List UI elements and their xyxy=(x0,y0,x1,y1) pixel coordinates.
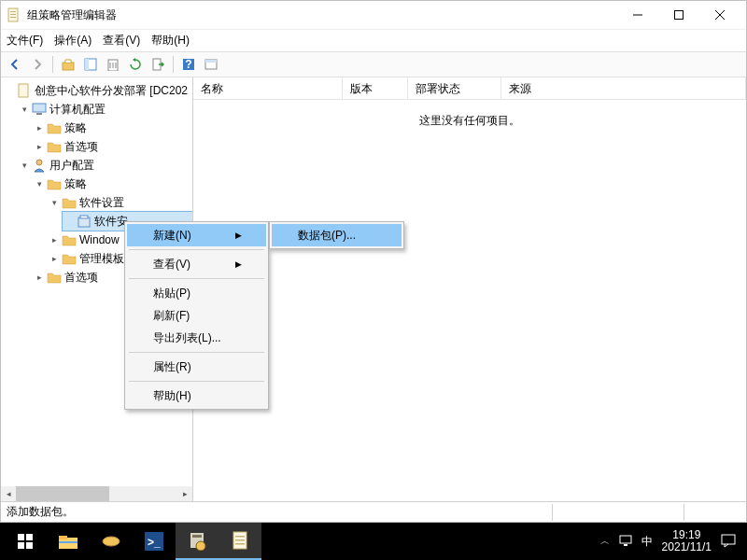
scroll-left-arrow[interactable]: ◂ xyxy=(1,486,16,501)
properties-button[interactable] xyxy=(201,54,221,75)
folder-icon xyxy=(47,120,62,135)
svg-rect-32 xyxy=(59,541,78,543)
toolbar: ? xyxy=(1,51,746,77)
menu-help[interactable]: 帮助(H) xyxy=(151,33,190,49)
title-bar: 组策略管理编辑器 xyxy=(1,1,746,29)
close-button[interactable] xyxy=(699,2,740,28)
tree-computer-policies[interactable]: ▸策略 xyxy=(33,119,192,137)
ctx-help[interactable]: 帮助(H) xyxy=(127,385,266,407)
col-version[interactable]: 版本 xyxy=(343,77,408,99)
svg-rect-8 xyxy=(63,63,74,70)
ctx-view[interactable]: 查看(V)▶ xyxy=(127,253,266,275)
taskbar-server-manager[interactable] xyxy=(176,523,218,560)
svg-rect-29 xyxy=(26,542,33,549)
svg-rect-26 xyxy=(18,534,24,540)
taskbar-app-1[interactable] xyxy=(90,523,133,560)
tree-user-config[interactable]: ▾ 用户配置 xyxy=(18,156,192,175)
svg-rect-10 xyxy=(85,59,89,70)
scroll-right-arrow[interactable]: ▸ xyxy=(177,486,192,501)
tree-label: 计算机配置 xyxy=(49,102,106,118)
tree-software-settings[interactable]: ▾软件设置 xyxy=(48,193,192,212)
submenu-arrow-icon: ▶ xyxy=(207,231,242,240)
svg-rect-20 xyxy=(19,84,28,97)
forward-button[interactable] xyxy=(27,54,48,75)
ctx-label: 帮助(H) xyxy=(153,388,191,404)
folder-icon xyxy=(47,139,62,154)
taskbar-explorer[interactable] xyxy=(47,523,90,560)
chevron-down-icon: ▾ xyxy=(33,177,46,190)
ctx-new[interactable]: 新建(N)▶ xyxy=(127,224,266,246)
status-text: 添加数据包。 xyxy=(7,504,74,520)
tree-label: 软件设置 xyxy=(79,195,124,211)
policy-icon xyxy=(17,83,32,98)
tray-network-icon[interactable] xyxy=(619,534,632,550)
svg-rect-44 xyxy=(624,544,627,546)
tray-clock[interactable]: 19:19 2021/11/1 xyxy=(662,529,712,553)
svg-rect-5 xyxy=(675,11,684,20)
svg-rect-22 xyxy=(36,113,42,115)
svg-rect-40 xyxy=(235,536,245,538)
chevron-right-icon: ▸ xyxy=(33,140,46,153)
folder-icon xyxy=(62,232,77,247)
help-button[interactable]: ? xyxy=(178,54,199,75)
tree-label: 策略 xyxy=(64,120,87,136)
content-pane: 名称 版本 部署状态 来源 这里没有任何项目。 xyxy=(193,77,746,501)
taskbar-gpo-editor[interactable] xyxy=(218,523,261,560)
tree-root[interactable]: 创意中心软件分发部署 [DC202 xyxy=(3,81,192,100)
tree-user-policies[interactable]: ▾策略 xyxy=(33,175,192,193)
folder-icon xyxy=(47,270,62,285)
svg-rect-41 xyxy=(235,539,245,541)
col-name[interactable]: 名称 xyxy=(193,77,343,99)
tree-computer-preferences[interactable]: ▸首选项 xyxy=(33,137,192,156)
submenu-arrow-icon: ▶ xyxy=(207,259,242,269)
menu-file[interactable]: 文件(F) xyxy=(7,33,43,49)
show-hide-tree-button[interactable] xyxy=(80,54,101,75)
svg-rect-27 xyxy=(26,534,33,540)
tray-notifications-icon[interactable] xyxy=(721,533,736,551)
refresh-button[interactable] xyxy=(125,54,146,75)
start-button[interactable] xyxy=(4,523,47,560)
delete-button[interactable] xyxy=(103,54,123,75)
chevron-down-icon: ▾ xyxy=(48,196,61,209)
taskbar-powershell[interactable]: >_ xyxy=(133,523,176,560)
ctx-paste[interactable]: 粘贴(P) xyxy=(127,282,266,304)
system-tray: ︿ 中 19:19 2021/11/1 xyxy=(600,529,743,553)
svg-rect-21 xyxy=(33,104,46,112)
chevron-right-icon: ▸ xyxy=(48,233,61,246)
col-deploy-state[interactable]: 部署状态 xyxy=(408,77,501,99)
ctx-package[interactable]: 数据包(P)... xyxy=(272,224,402,246)
tree-label: 首选项 xyxy=(64,139,98,155)
ctx-properties[interactable]: 属性(R) xyxy=(127,356,266,378)
tree-label: 用户配置 xyxy=(49,158,94,174)
up-button[interactable] xyxy=(58,54,78,75)
menu-view[interactable]: 查看(V) xyxy=(103,33,140,49)
tray-ime[interactable]: 中 xyxy=(641,534,653,550)
maximize-button[interactable] xyxy=(658,2,699,28)
svg-rect-45 xyxy=(722,535,735,544)
back-button[interactable] xyxy=(5,54,25,75)
scroll-thumb[interactable] xyxy=(16,486,109,501)
tree-label: 首选项 xyxy=(64,270,98,286)
tray-date: 2021/11/1 xyxy=(662,541,712,553)
tree-label: Window xyxy=(79,233,120,246)
menu-action[interactable]: 操作(A) xyxy=(54,33,92,49)
minimize-button[interactable] xyxy=(617,2,658,28)
window-title: 组策略管理编辑器 xyxy=(27,7,617,23)
tree-computer-config[interactable]: ▾ 计算机配置 xyxy=(18,100,192,119)
col-source[interactable]: 来源 xyxy=(501,77,746,99)
svg-point-38 xyxy=(196,541,205,551)
tree-root-label: 创意中心软件分发部署 [DC202 xyxy=(35,83,188,99)
ctx-refresh[interactable]: 刷新(F) xyxy=(127,304,266,327)
empty-message: 这里没有任何项目。 xyxy=(193,100,746,129)
export-button[interactable] xyxy=(148,54,168,75)
chevron-right-icon: ▸ xyxy=(48,252,61,265)
svg-point-23 xyxy=(36,160,42,165)
ctx-export[interactable]: 导出列表(L)... xyxy=(127,327,266,349)
svg-rect-42 xyxy=(235,543,245,545)
svg-rect-43 xyxy=(620,536,631,543)
folder-icon xyxy=(62,251,77,266)
tree-horizontal-scrollbar[interactable]: ◂ ▸ xyxy=(1,486,192,501)
svg-rect-1 xyxy=(10,11,16,12)
ctx-label: 查看(V) xyxy=(153,257,190,273)
tray-chevron-up-icon[interactable]: ︿ xyxy=(600,535,610,548)
